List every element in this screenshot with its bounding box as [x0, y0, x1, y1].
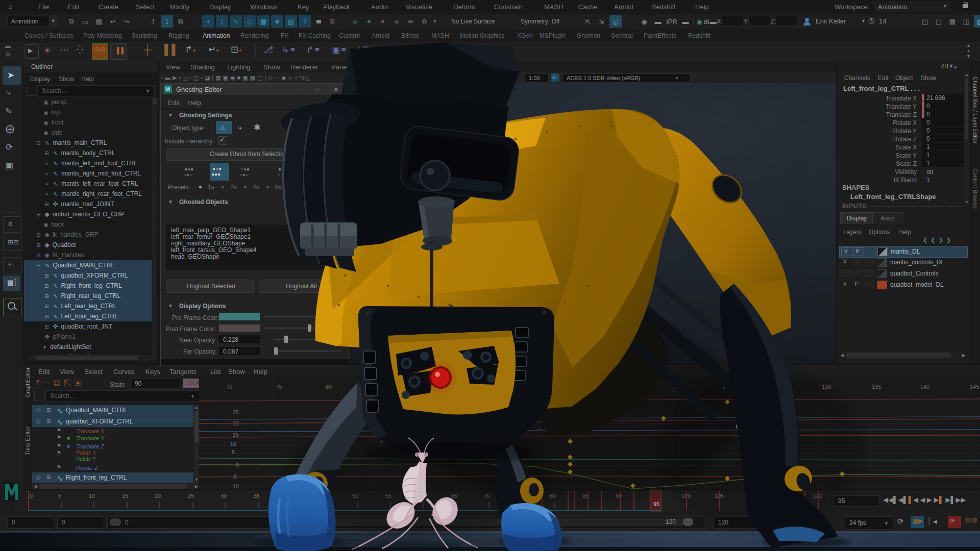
- svg-text:65: 65: [451, 493, 457, 499]
- svg-text:130: 130: [822, 384, 831, 390]
- svg-text:145: 145: [970, 384, 979, 390]
- svg-text:45: 45: [320, 493, 326, 499]
- svg-text:10: 10: [230, 441, 236, 447]
- svg-text:55: 55: [385, 493, 391, 499]
- svg-text:30: 30: [220, 493, 227, 499]
- svg-text:135: 135: [872, 384, 881, 390]
- svg-text:40: 40: [286, 493, 292, 499]
- svg-text:110: 110: [747, 493, 756, 499]
- svg-text:25: 25: [188, 493, 194, 499]
- svg-text:1: 1: [722, 384, 725, 390]
- svg-text:115: 115: [780, 493, 790, 499]
- svg-text:25: 25: [233, 409, 239, 415]
- svg-text:70: 70: [484, 493, 490, 499]
- svg-text:5: 5: [58, 493, 61, 499]
- svg-text:-5: -5: [232, 473, 237, 480]
- svg-text:110: 110: [624, 384, 633, 390]
- svg-text:105: 105: [574, 384, 583, 390]
- svg-text:95: 95: [653, 501, 659, 507]
- svg-text:35: 35: [254, 493, 260, 499]
- svg-text:60: 60: [418, 493, 424, 499]
- svg-text:75: 75: [276, 384, 282, 390]
- svg-text:10: 10: [89, 493, 95, 499]
- svg-text:0: 0: [236, 462, 239, 468]
- svg-text:-10: -10: [231, 483, 239, 489]
- svg-text:50: 50: [352, 493, 358, 499]
- svg-text:140: 140: [920, 384, 929, 390]
- svg-text:15: 15: [122, 493, 128, 499]
- svg-text:75: 75: [517, 493, 523, 499]
- svg-text:80: 80: [326, 384, 332, 390]
- svg-text:5: 5: [232, 449, 235, 455]
- svg-text:70: 70: [226, 384, 232, 390]
- svg-text:0: 0: [30, 493, 33, 499]
- svg-text:20: 20: [155, 493, 161, 499]
- svg-text:115: 115: [674, 384, 683, 390]
- svg-text:80: 80: [550, 493, 556, 499]
